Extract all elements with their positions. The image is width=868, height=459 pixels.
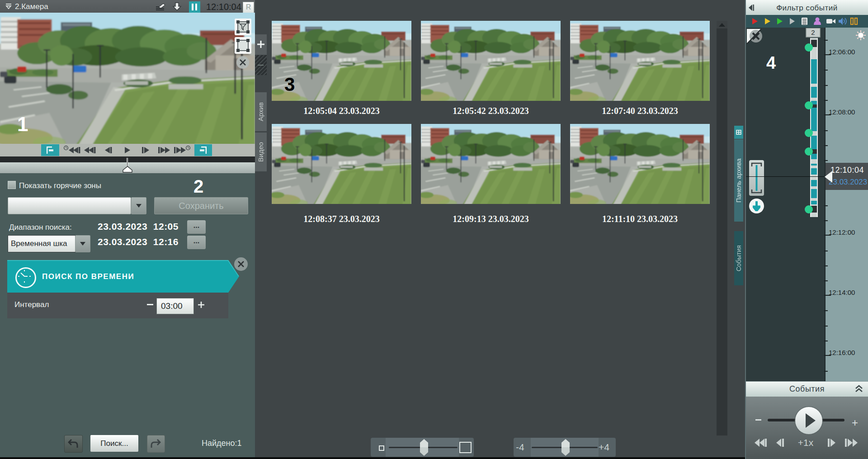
svg-text:2: 2 [811, 28, 815, 36]
svg-text:+1x: +1x [798, 437, 814, 448]
